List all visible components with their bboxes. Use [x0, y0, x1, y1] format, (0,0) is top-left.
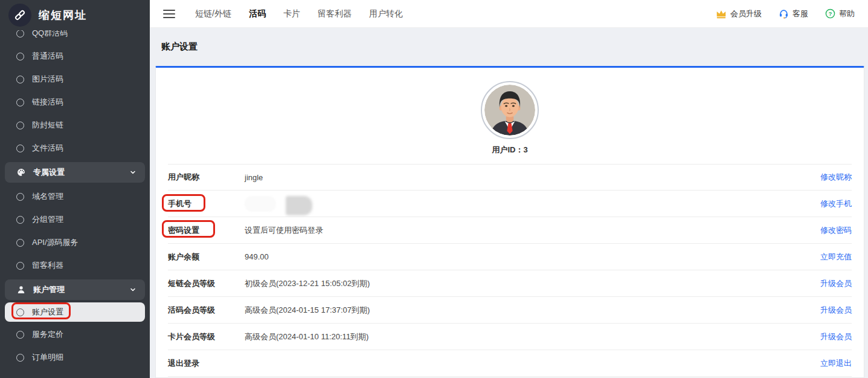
row-logout: 退出登录 立即退出: [168, 350, 852, 377]
redacted-blur: [245, 196, 276, 212]
sidebar-item-api-source-service[interactable]: API/源码服务: [0, 231, 150, 254]
topbar-actions: 会员升级 客服 ?: [716, 8, 855, 19]
circle-icon: [16, 145, 24, 152]
sidebar-menu: QQ群活码 普通活码 图片活码 链接活码 防封短链 文件活码: [0, 0, 150, 369]
recharge-link[interactable]: 立即充值: [820, 252, 852, 262]
chevron-down-icon: [129, 286, 137, 293]
row-value: 初级会员(2023-12-21 15:05:02到期): [245, 278, 820, 289]
sidebar-item-label: 留客利器: [32, 260, 63, 271]
row-password: 密码设置 设置后可使用密码登录 修改密码: [168, 217, 852, 244]
row-label: 退出登录: [168, 358, 245, 369]
sidebar-section-label: 专属设置: [33, 167, 122, 178]
sidebar-item-link-qrcode[interactable]: 链接活码: [0, 91, 150, 114]
sidebar-item-service-pricing[interactable]: 服务定价: [0, 323, 150, 346]
tab-live-qrcode[interactable]: 活码: [249, 8, 266, 19]
link-icon: [8, 4, 31, 27]
sidebar-section-account-management[interactable]: 账户管理: [5, 279, 145, 300]
sidebar: QQ群活码 普通活码 图片活码 链接活码 防封短链 文件活码: [0, 0, 150, 378]
row-value: 高级会员(2024-01-15 17:37:07到期): [245, 305, 820, 316]
member-upgrade-label: 会员升级: [730, 8, 762, 19]
sidebar-item-label: 分组管理: [32, 214, 63, 225]
logout-link[interactable]: 立即退出: [820, 358, 852, 369]
tab-card[interactable]: 卡片: [283, 8, 300, 19]
sidebar-item-label: 账户设置: [32, 307, 63, 318]
upgrade-shortlink-link[interactable]: 升级会员: [820, 278, 852, 289]
circle-icon: [16, 122, 24, 129]
avatar[interactable]: [481, 81, 539, 139]
sidebar-item-label: API/源码服务: [32, 237, 79, 248]
row-value-redacted: [245, 192, 820, 215]
brand[interactable]: 缩短网址: [0, 0, 150, 30]
topbar: 短链/外链 活码 卡片 留客利器 用户转化 会员升级: [150, 0, 868, 28]
person-icon: [16, 285, 26, 295]
sidebar-item-group-management[interactable]: 分组管理: [0, 208, 150, 231]
sidebar-item-order-details[interactable]: 订单明细: [0, 346, 150, 369]
help-button[interactable]: ? 帮助: [825, 8, 855, 19]
circle-icon: [16, 308, 24, 316]
row-nickname: 用户昵称 jingle 修改昵称: [168, 164, 852, 191]
redacted-blur: [286, 196, 312, 215]
account-settings-card: 用户ID：3 用户昵称 jingle 修改昵称 手机号 修改手机 密码设置 设置…: [155, 66, 864, 378]
tab-shortlink[interactable]: 短链/外链: [195, 8, 231, 19]
row-label: 活码会员等级: [168, 305, 245, 316]
sidebar-item-image-qrcode[interactable]: 图片活码: [0, 68, 150, 91]
edit-phone-link[interactable]: 修改手机: [820, 198, 852, 209]
customer-service-label: 客服: [792, 8, 808, 19]
row-label: 卡片会员等级: [168, 331, 245, 342]
user-id-value: 3: [523, 145, 527, 154]
row-label: 用户昵称: [168, 172, 245, 183]
tab-retention-tool[interactable]: 留客利器: [318, 8, 352, 19]
circle-icon: [16, 216, 24, 224]
help-label: 帮助: [839, 8, 855, 19]
edit-nickname-link[interactable]: 修改昵称: [820, 172, 852, 183]
sidebar-item-label: 普通活码: [32, 51, 63, 62]
sidebar-item-label: 链接活码: [32, 97, 63, 108]
user-id: 用户ID：3: [492, 145, 527, 155]
member-upgrade-button[interactable]: 会员升级: [716, 8, 762, 19]
row-shortlink-membership: 短链会员等级 初级会员(2023-12-21 15:05:02到期) 升级会员: [168, 270, 852, 297]
sidebar-item-label: 服务定价: [32, 329, 63, 340]
row-label: 手机号: [168, 198, 245, 209]
customer-service-button[interactable]: 客服: [779, 8, 808, 19]
chevron-down-icon: [129, 169, 137, 176]
sidebar-item-file-qrcode[interactable]: 文件活码: [0, 137, 150, 160]
hamburger-menu-icon[interactable]: [163, 10, 175, 18]
upgrade-card-link[interactable]: 升级会员: [820, 331, 852, 342]
sidebar-item-account-settings[interactable]: 账户设置: [5, 302, 145, 322]
account-rows: 用户昵称 jingle 修改昵称 手机号 修改手机 密码设置 设置后可使用密码登…: [168, 164, 852, 377]
row-card-membership: 卡片会员等级 高级会员(2024-01-10 11:20:11到期) 升级会员: [168, 324, 852, 350]
sidebar-section-label: 账户管理: [33, 284, 122, 295]
top-nav-tabs: 短链/外链 活码 卡片 留客利器 用户转化: [195, 8, 403, 19]
profile-block: 用户ID：3: [156, 68, 864, 155]
avatar-image: [484, 85, 535, 135]
row-value: jingle: [245, 173, 820, 182]
row-phone: 手机号 修改手机: [168, 191, 852, 217]
sidebar-section-exclusive-settings[interactable]: 专属设置: [5, 162, 145, 183]
page-title: 账户设置: [161, 41, 198, 53]
headset-icon: [779, 8, 789, 19]
tab-user-conversion[interactable]: 用户转化: [369, 8, 403, 19]
edit-password-link[interactable]: 修改密码: [820, 225, 852, 236]
sidebar-item-retention-tool[interactable]: 留客利器: [0, 254, 150, 277]
circle-icon: [16, 239, 24, 247]
sidebar-item-antiblock-shortlink[interactable]: 防封短链: [0, 114, 150, 137]
sidebar-item-normal-qrcode[interactable]: 普通活码: [0, 45, 150, 68]
circle-icon: [16, 262, 24, 270]
row-label: 密码设置: [168, 225, 245, 236]
brand-title: 缩短网址: [39, 8, 87, 22]
sidebar-item-domain-management[interactable]: 域名管理: [0, 185, 150, 208]
sidebar-item-label: 图片活码: [32, 74, 63, 85]
row-label: 账户余额: [168, 252, 245, 262]
question-icon: ?: [825, 8, 835, 19]
row-balance: 账户余额 949.00 立即充值: [168, 244, 852, 270]
page-header: 账户设置: [150, 28, 868, 66]
user-id-label: 用户ID：: [492, 145, 523, 154]
circle-icon: [16, 53, 24, 60]
row-label: 短链会员等级: [168, 278, 245, 289]
sidebar-item-label: 防封短链: [32, 120, 63, 131]
row-value: 高级会员(2024-01-10 11:20:11到期): [245, 331, 820, 342]
upgrade-qrcode-link[interactable]: 升级会员: [820, 305, 852, 316]
row-value: 设置后可使用密码登录: [245, 225, 820, 236]
sidebar-item-label: 订单明细: [32, 352, 63, 363]
circle-icon: [16, 99, 24, 106]
